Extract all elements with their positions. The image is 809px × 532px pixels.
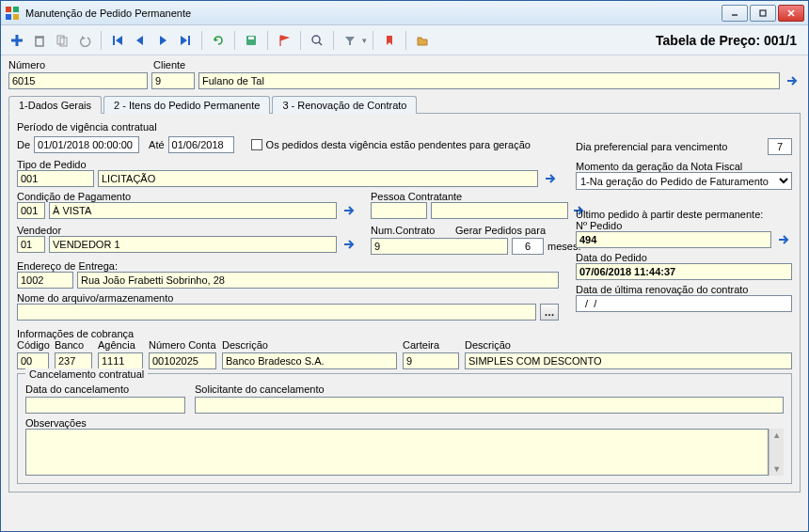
bookmark-button[interactable]: [379, 30, 400, 51]
cancel-solic-label: Solicitante do cancelamento: [195, 383, 325, 395]
svg-rect-2: [6, 14, 11, 20]
renov-label: Data de última renovação do contrato: [576, 284, 792, 295]
search-button[interactable]: [307, 30, 327, 51]
undo-button[interactable]: [74, 30, 95, 51]
save-button[interactable]: [241, 30, 262, 51]
svg-line-19: [319, 42, 322, 45]
add-button[interactable]: [7, 30, 27, 51]
next-record-button[interactable]: [152, 30, 173, 51]
cancel-data-label: Data do cancelamento: [25, 383, 185, 395]
momento-select[interactable]: 1-Na geração do Pedido de Faturamento: [576, 172, 792, 190]
numero-input[interactable]: [8, 72, 148, 89]
tipo-pedido-code[interactable]: [17, 170, 94, 187]
prev-record-button[interactable]: [130, 30, 151, 51]
descr-input[interactable]: [222, 352, 397, 369]
first-record-button[interactable]: [107, 30, 128, 51]
num-contrato-label: Num.Contrato: [371, 225, 435, 236]
filter-button[interactable]: [340, 30, 360, 51]
dia-pref-label: Dia preferencial para vencimento: [576, 141, 764, 152]
tab-itens[interactable]: 2 - Itens do Pedido Permanente: [103, 96, 270, 114]
obs-textarea[interactable]: [25, 429, 769, 476]
arquivo-browse-button[interactable]: …: [540, 304, 559, 321]
tab-renovacao[interactable]: 3 - Renovação de Contrato: [272, 96, 417, 114]
carteira-label: Carteira: [403, 339, 459, 351]
renov-input[interactable]: [576, 295, 792, 312]
pendentes-label: Os pedidos desta vigência estão pendente…: [266, 139, 531, 150]
numero-label: Número: [8, 59, 45, 70]
tab-strip: 1-Dados Gerais 2 - Itens do Pedido Perma…: [8, 95, 801, 114]
cond-pag-desc[interactable]: [49, 202, 337, 219]
titlebar: Manutenção de Pedido Permanente: [1, 1, 808, 25]
descr2-input[interactable]: [465, 352, 792, 369]
num-contrato-input[interactable]: [371, 238, 508, 255]
tipo-pedido-desc[interactable]: [98, 170, 538, 187]
banco-input[interactable]: [55, 352, 92, 369]
endereco-code[interactable]: [17, 272, 73, 289]
cliente-label: Cliente: [153, 59, 185, 70]
scroll-down-icon[interactable]: ▼: [772, 464, 781, 474]
toolbar: ▾ Tabela de Preço: 001/1: [1, 25, 808, 55]
de-label: De: [17, 139, 30, 150]
vendedor-lookup[interactable]: [341, 236, 357, 253]
conta-label: Número Conta: [149, 339, 216, 351]
endereco-desc[interactable]: [77, 272, 559, 289]
tab-dados-gerais[interactable]: 1-Dados Gerais: [8, 96, 102, 114]
cancel-solic-input[interactable]: [195, 397, 784, 414]
ate-label: Até: [149, 139, 165, 150]
cliente-name-input[interactable]: [198, 72, 780, 89]
descr-label: Descrição: [222, 339, 397, 351]
data-pedido-input[interactable]: [576, 263, 792, 280]
folder-button[interactable]: [412, 30, 433, 51]
scroll-up-icon[interactable]: ▲: [772, 430, 781, 440]
dia-pref-input[interactable]: [768, 138, 792, 155]
app-icon: [5, 6, 20, 21]
agencia-input[interactable]: [98, 352, 143, 369]
minimize-button[interactable]: [722, 5, 748, 22]
maximize-button[interactable]: [750, 5, 776, 22]
cond-pag-code[interactable]: [17, 202, 45, 219]
dropdown-caret-icon[interactable]: ▾: [362, 36, 367, 45]
de-input[interactable]: [34, 136, 139, 153]
tipo-pedido-label: Tipo de Pedido: [17, 159, 559, 170]
close-button[interactable]: [778, 5, 804, 22]
right-column: Dia preferencial para vencimento Momento…: [576, 121, 792, 322]
ate-input[interactable]: [168, 136, 234, 153]
npedido-label: Nº Pedido: [576, 220, 792, 231]
vendedor-code[interactable]: [17, 236, 45, 253]
conta-input[interactable]: [149, 352, 216, 369]
cliente-code-input[interactable]: [151, 72, 195, 89]
carteira-input[interactable]: [403, 352, 459, 369]
svg-rect-3: [13, 14, 19, 20]
cobranca-title: Informações de cobrança: [17, 328, 792, 339]
obs-scrollbar[interactable]: ▲▼: [769, 429, 784, 476]
flag-button[interactable]: [274, 30, 294, 51]
delete-button[interactable]: [29, 30, 50, 51]
last-record-button[interactable]: [175, 30, 196, 51]
copy-button[interactable]: [52, 30, 72, 51]
obs-label: Observações: [25, 417, 784, 429]
cliente-lookup-button[interactable]: [784, 72, 801, 89]
svg-point-18: [312, 36, 320, 43]
pessoa-code[interactable]: [371, 202, 427, 219]
refresh-button[interactable]: [208, 30, 229, 51]
pendentes-checkbox[interactable]: [251, 139, 262, 150]
app-window: Manutenção de Pedido Permanente ▾ Ta: [0, 0, 809, 532]
vendedor-desc[interactable]: [49, 236, 337, 253]
cancel-title: Cancelamento contratual: [25, 368, 148, 380]
gerar-meses-input[interactable]: [512, 238, 544, 255]
tipo-pedido-lookup[interactable]: [542, 170, 559, 187]
cond-pag-lookup[interactable]: [341, 202, 357, 219]
data-pedido-label: Data do Pedido: [576, 252, 792, 263]
periodo-title: Período de vigência contratual: [17, 121, 559, 133]
endereco-label: Endereço de Entrega:: [17, 260, 559, 272]
pessoa-desc[interactable]: [431, 202, 568, 219]
codigo-input[interactable]: [17, 352, 49, 369]
arquivo-input[interactable]: [17, 304, 536, 321]
npedido-lookup[interactable]: [775, 231, 792, 248]
cancel-data-input[interactable]: [25, 397, 185, 414]
cond-pag-label: Condição de Pagamento: [17, 191, 357, 202]
toolbar-separator: [405, 31, 406, 50]
npedido-input[interactable]: [576, 231, 771, 248]
svg-rect-5: [760, 10, 766, 16]
toolbar-separator: [101, 31, 102, 50]
